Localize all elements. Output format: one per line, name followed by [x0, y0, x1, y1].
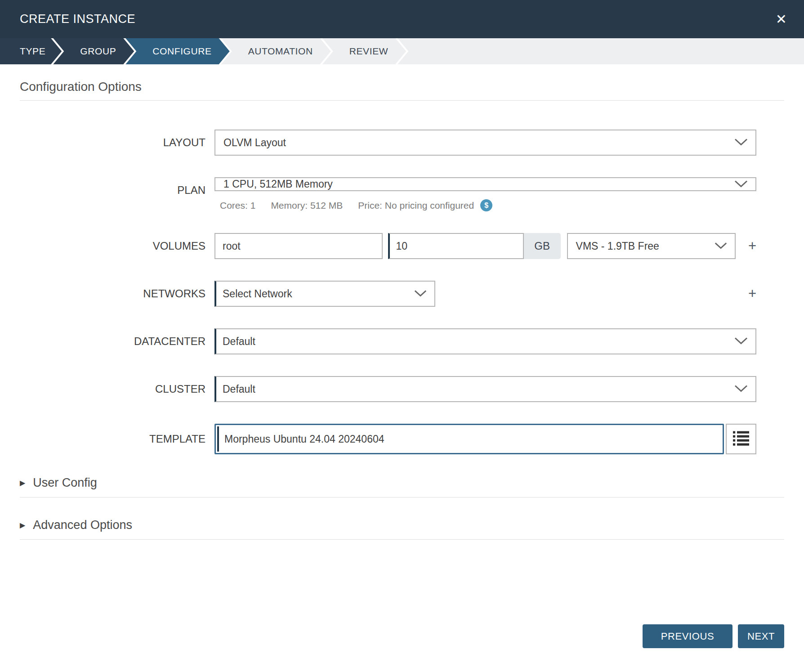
template-browse-button[interactable]: [726, 424, 756, 454]
cluster-select-value: Default: [223, 383, 255, 395]
page-title: Configuration Options: [20, 80, 784, 101]
layout-select[interactable]: OLVM Layout: [214, 130, 756, 156]
wizard-step-label: REVIEW: [349, 46, 388, 57]
datacenter-label: DATACENTER: [20, 328, 214, 354]
wizard-bar-filler: [398, 38, 804, 64]
list-icon: [733, 430, 749, 448]
wizard-step-type[interactable]: TYPE: [0, 38, 62, 64]
advanced-options-section-toggle[interactable]: ▶ Advanced Options: [20, 518, 784, 540]
wizard-step-label: TYPE: [20, 46, 45, 57]
previous-button[interactable]: PREVIOUS: [643, 624, 733, 648]
chevron-down-icon: [734, 383, 748, 395]
volume-datastore-select[interactable]: VMS - 1.9TB Free: [567, 233, 736, 259]
next-button[interactable]: NEXT: [738, 624, 784, 648]
template-label: TEMPLATE: [20, 424, 214, 454]
wizard-step-review[interactable]: REVIEW: [322, 38, 406, 64]
wizard-step-group[interactable]: GROUP: [53, 38, 134, 64]
volume-datastore-value: VMS - 1.9TB Free: [576, 240, 659, 252]
add-network-button[interactable]: +: [748, 281, 756, 307]
caret-right-icon: ▶: [20, 479, 25, 487]
template-row: TEMPLATE: [20, 424, 784, 454]
volume-name-input[interactable]: [214, 233, 383, 259]
chevron-down-icon: [734, 336, 748, 348]
wizard-step-label: CONFIGURE: [152, 46, 211, 57]
cluster-row: CLUSTER Default: [20, 376, 784, 402]
modal-title: CREATE INSTANCE: [20, 12, 135, 26]
caret-right-icon: ▶: [20, 521, 25, 529]
user-config-section-label: User Config: [33, 476, 97, 490]
wizard-steps: TYPE GROUP CONFIGURE AUTOMATION REVIEW: [0, 38, 804, 64]
volumes-label: VOLUMES: [20, 233, 214, 259]
plan-label: PLAN: [20, 177, 214, 203]
plan-price: Price: No pricing configured: [358, 200, 474, 211]
add-volume-button[interactable]: +: [748, 233, 756, 259]
pricing-dollar-icon[interactable]: $: [480, 199, 492, 211]
plan-cores: Cores: 1: [220, 200, 255, 211]
chevron-down-icon: [414, 288, 427, 300]
plan-select[interactable]: 1 CPU, 512MB Memory: [214, 177, 756, 191]
volumes-row: VOLUMES GB VMS - 1.9TB Free +: [20, 233, 784, 259]
wizard-step-configure[interactable]: CONFIGURE: [125, 38, 229, 64]
chevron-down-icon: [734, 178, 748, 190]
chevron-down-icon: [734, 137, 748, 149]
datacenter-row: DATACENTER Default: [20, 328, 784, 354]
network-select[interactable]: Select Network: [214, 281, 435, 307]
networks-label: NETWORKS: [20, 281, 214, 307]
datacenter-select-value: Default: [223, 336, 255, 348]
layout-label: LAYOUT: [20, 130, 214, 156]
advanced-options-section-label: Advanced Options: [33, 518, 132, 532]
wizard-step-automation[interactable]: AUTOMATION: [221, 38, 331, 64]
modal-header: CREATE INSTANCE ✕: [0, 0, 804, 38]
layout-select-value: OLVM Layout: [223, 137, 286, 149]
plan-stats: Cores: 1 Memory: 512 MB Price: No pricin…: [214, 199, 756, 211]
close-icon[interactable]: ✕: [776, 13, 787, 26]
plan-select-value: 1 CPU, 512MB Memory: [223, 178, 333, 190]
chevron-down-icon: [714, 240, 728, 252]
network-select-value: Select Network: [223, 288, 292, 300]
volume-size-input[interactable]: [388, 233, 524, 259]
networks-row: NETWORKS Select Network +: [20, 281, 784, 307]
template-input[interactable]: [217, 426, 721, 452]
template-input-wrap: [214, 424, 724, 454]
plan-row: PLAN 1 CPU, 512MB Memory Cores: 1 Memory…: [20, 177, 784, 211]
layout-row: LAYOUT OLVM Layout: [20, 130, 784, 156]
wizard-step-label: AUTOMATION: [248, 46, 313, 57]
user-config-section-toggle[interactable]: ▶ User Config: [20, 476, 784, 497]
cluster-label: CLUSTER: [20, 376, 214, 402]
footer-actions: PREVIOUS NEXT: [643, 624, 784, 648]
plan-memory: Memory: 512 MB: [271, 200, 343, 211]
datacenter-select[interactable]: Default: [214, 328, 756, 354]
cluster-select[interactable]: Default: [214, 376, 756, 402]
wizard-step-label: GROUP: [80, 46, 116, 57]
volume-size-unit: GB: [524, 233, 561, 259]
